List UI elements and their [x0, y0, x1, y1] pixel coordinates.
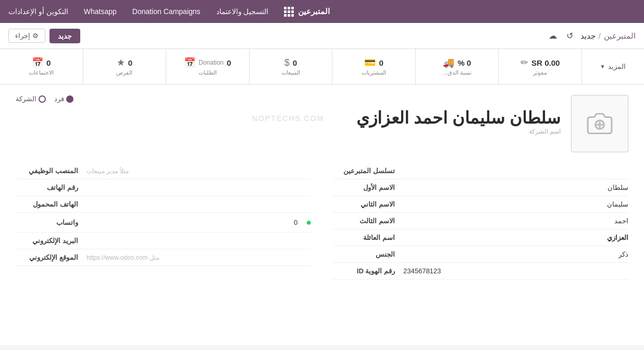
field-job-title-label: المنصب الوظيفي: [16, 167, 78, 175]
field-second-name-value[interactable]: سليمان: [403, 200, 628, 208]
company-name-label: اسم الشركة: [16, 128, 561, 135]
save-cloud-button[interactable]: ☁: [547, 29, 559, 43]
stat-donation-value: 0: [227, 58, 231, 67]
stat-opp-label: الفرص: [116, 69, 132, 76]
stat-delivery-value: 0 %: [457, 58, 471, 67]
field-phone-label: رقم الهاتف: [16, 184, 78, 191]
field-mobile-label: الهاتف المحمول: [16, 200, 78, 208]
nav-item-registration[interactable]: التسجيل والاعتماد: [216, 7, 269, 16]
nav-brand[interactable]: المتبرعين: [284, 7, 330, 17]
right-actions: المتبرعين / جديد ↺ ☁: [547, 29, 636, 43]
radio-company[interactable]: الشركة: [16, 95, 46, 103]
field-third-name-label: الاسم الثالث: [332, 217, 395, 225]
actions-bar: المتبرعين / جديد ↺ ☁ جديد ⚙ إجراء: [0, 23, 644, 49]
field-first-name-label: الاسم الأول: [332, 184, 395, 191]
meetings-cal-icon: 📅: [32, 57, 43, 68]
breadcrumb-separator: /: [599, 31, 601, 40]
stat-delivery[interactable]: 0 % 🚚 نسبة الدق...: [415, 49, 499, 84]
field-third-name-value[interactable]: احمد: [403, 217, 628, 225]
field-job-title-placeholder: مثلاً مدير مبيعات: [86, 167, 129, 175]
fields-right-col: تسلسل المتبرعين سلطان الاسم الأول سليمان…: [332, 163, 628, 280]
main-form: فرد الشركة سلطان سليمان احمد العزازي NOP…: [0, 85, 644, 345]
field-gender-label: الجنس: [332, 250, 395, 258]
chevron-down-icon: ▼: [600, 64, 605, 69]
field-job-title: مثلاً مدير مبيعات المنصب الوظيفي: [16, 163, 312, 179]
camera-icon: [587, 111, 613, 137]
action-label: إجراء: [15, 32, 30, 40]
stat-meetings-label: الاجتماعات: [29, 69, 54, 76]
new-button[interactable]: جديد: [49, 29, 80, 43]
field-id: 2345678123 رقم الهوية ID: [332, 263, 628, 280]
field-donor-sequence-label: تسلسل المتبرعين: [332, 167, 395, 175]
nav-item-settings[interactable]: التكوين أو الإعدادات: [8, 7, 68, 16]
field-id-value[interactable]: 2345678123: [403, 267, 628, 275]
stat-invoiced[interactable]: 0.00 SR ✏ مفوتر: [498, 49, 581, 84]
form-header-info: فرد الشركة سلطان سليمان احمد العزازي NOP…: [16, 95, 561, 135]
nav-item-donation-campaigns[interactable]: Donation Campaigns: [132, 7, 201, 16]
edit-icon: ✏: [521, 57, 528, 68]
field-first-name-value[interactable]: سلطان: [403, 184, 628, 191]
stat-invoiced-value: 0.00 SR: [531, 58, 560, 67]
refresh-button[interactable]: ↺: [564, 29, 575, 43]
field-second-name: سليمان الاسم الثاني: [332, 196, 628, 213]
top-nav: المتبرعين التسجيل والاعتماد Donation Cam…: [0, 0, 644, 23]
stat-invoiced-label: مفوتر: [533, 69, 547, 76]
stat-donation[interactable]: 0 Donation 📅 الطلبات: [166, 49, 249, 84]
field-third-name: احمد الاسم الثالث: [332, 213, 628, 230]
nav-item-whatsapp[interactable]: Whatsapp: [84, 7, 117, 16]
field-family-name-value[interactable]: العزازي: [403, 234, 628, 242]
stat-purchases-value: 0: [379, 58, 383, 67]
field-second-name-label: الاسم الثاني: [332, 200, 395, 208]
stat-sales[interactable]: 0 $ المبيعات: [249, 49, 332, 84]
breadcrumb-parent[interactable]: المتبرعين: [604, 31, 636, 41]
grid-icon: [284, 7, 294, 17]
stat-purchases[interactable]: 0 💳 المشتريات: [332, 49, 415, 84]
stat-purchases-label: المشتريات: [362, 69, 386, 76]
radio-individual[interactable]: فرد: [54, 95, 73, 103]
field-website: مثل https://www.odoo.com الموقع الإلكترو…: [16, 249, 312, 266]
fields-left-col: مثلاً مدير مبيعات المنصب الوظيفي رقم اله…: [16, 163, 312, 280]
radio-row: فرد الشركة: [16, 95, 561, 103]
stat-sales-value: 0: [293, 58, 297, 67]
field-family-name-label: اسم العائلة: [332, 234, 395, 242]
whatsapp-icon: ●: [306, 217, 312, 228]
stat-opportunities[interactable]: 0 ★ الفرص: [83, 49, 166, 84]
truck-icon: 🚚: [443, 57, 454, 68]
card-icon: 💳: [364, 57, 376, 68]
stats-bar: المزيد ▼ 0.00 SR ✏ مفوتر 0 % 🚚 نسبة الدق…: [0, 49, 644, 85]
fields-grid: تسلسل المتبرعين سلطان الاسم الأول سليمان…: [16, 163, 628, 280]
watermark: NOPTECHS.COM: [16, 114, 561, 123]
action-button[interactable]: ⚙ إجراء: [8, 29, 45, 43]
dollar-icon: $: [284, 57, 290, 68]
breadcrumb: المتبرعين / جديد: [580, 31, 636, 41]
stat-meetings[interactable]: 0 📅 الاجتماعات: [0, 49, 83, 84]
field-gender: ذكر الجنس: [332, 246, 628, 263]
left-actions: جديد ⚙ إجراء: [8, 29, 80, 43]
stat-sales-label: المبيعات: [281, 69, 300, 76]
more-label: المزيد: [608, 63, 626, 70]
field-mobile: الهاتف المحمول: [16, 196, 312, 213]
donation-text: Donation: [199, 59, 224, 66]
field-gender-value[interactable]: ذكر: [403, 250, 628, 258]
calendar-icon: 📅: [184, 57, 195, 68]
field-first-name: سلطان الاسم الأول: [332, 179, 628, 196]
stat-delivery-label: نسبة الدق...: [443, 69, 472, 76]
photo-upload[interactable]: [571, 95, 628, 152]
form-header: فرد الشركة سلطان سليمان احمد العزازي NOP…: [16, 95, 628, 152]
field-email: البريد الإلكتروني: [16, 233, 312, 249]
star-icon: ★: [117, 57, 125, 68]
gear-icon: ⚙: [32, 32, 39, 40]
field-whatsapp: ● 0 واتساب: [16, 213, 312, 233]
field-website-label: الموقع الإلكتروني: [16, 254, 78, 261]
stat-meetings-value: 0: [46, 58, 51, 67]
field-email-label: البريد الإلكتروني: [16, 237, 78, 245]
field-donor-sequence: تسلسل المتبرعين: [332, 163, 628, 179]
brand-label: المتبرعين: [298, 7, 330, 16]
field-whatsapp-value[interactable]: 0: [86, 219, 298, 226]
field-website-placeholder: مثل https://www.odoo.com: [86, 254, 159, 261]
field-whatsapp-label: واتساب: [16, 219, 78, 226]
stat-more[interactable]: المزيد ▼: [581, 49, 644, 84]
stat-opp-value: 0: [128, 58, 132, 67]
field-family-name: العزازي اسم العائلة: [332, 230, 628, 246]
radio-company-indicator: [39, 95, 46, 103]
